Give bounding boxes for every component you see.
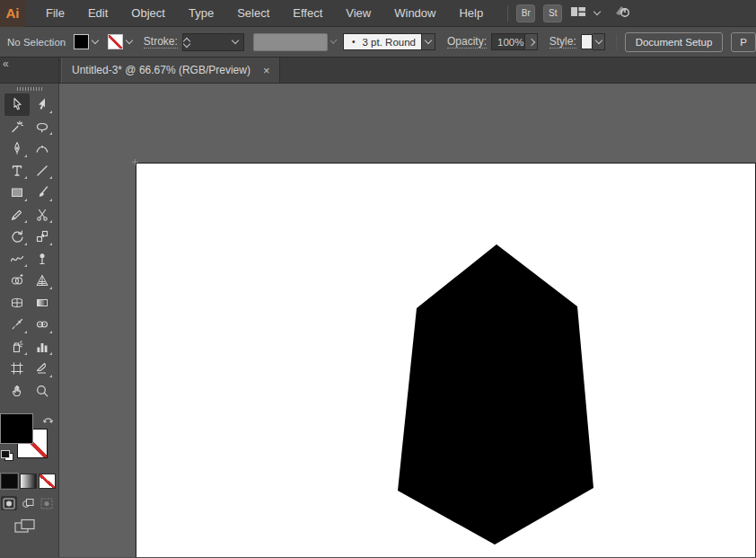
chevron-down-icon[interactable] xyxy=(593,7,601,14)
tool-direct-selection[interactable] xyxy=(30,93,55,116)
style-label[interactable]: Style: xyxy=(549,35,576,49)
opacity-field[interactable]: 100% xyxy=(491,33,525,50)
tool-slice[interactable] xyxy=(30,358,55,380)
tool-paintbrush[interactable] xyxy=(30,182,55,204)
swap-fill-stroke-icon[interactable] xyxy=(42,412,54,429)
work-area xyxy=(0,84,756,557)
close-icon[interactable]: × xyxy=(263,65,270,76)
gradient-mode-button[interactable] xyxy=(20,474,37,489)
app-logo[interactable]: Ai xyxy=(0,0,25,27)
tool-width[interactable] xyxy=(4,248,30,270)
default-fill-stroke-icon[interactable] xyxy=(1,450,13,461)
fill-indicator[interactable] xyxy=(0,413,33,444)
panel-drag-handle-icon[interactable] xyxy=(17,87,42,91)
tool-selection[interactable] xyxy=(4,93,30,116)
brush-preview-dot: • xyxy=(352,37,356,47)
tool-perspective-grid[interactable] xyxy=(30,270,55,292)
tool-scale[interactable] xyxy=(30,226,55,248)
brush-dropdown[interactable]: • 3 pt. Round xyxy=(343,33,435,50)
width-profile-dropdown xyxy=(253,33,327,51)
tool-lasso[interactable] xyxy=(30,116,55,138)
menu-bar: Ai File Edit Object Type Select Effect V… xyxy=(0,0,756,27)
style-swatch[interactable] xyxy=(581,34,593,49)
stroke-weight-field[interactable] xyxy=(182,33,245,51)
drawing-mode-buttons xyxy=(0,496,58,510)
fill-stroke-indicator xyxy=(0,411,58,468)
draw-inside-button[interactable] xyxy=(39,496,55,510)
stock-button[interactable]: St xyxy=(543,4,562,22)
brush-preview[interactable]: • 3 pt. Round xyxy=(343,33,422,50)
tool-mesh[interactable] xyxy=(4,292,30,314)
draw-behind-button[interactable] xyxy=(20,496,36,510)
document-tab[interactable]: Untitled-3* @ 66.67% (RGB/Preview) × xyxy=(61,58,280,83)
stroke-none-swatch[interactable] xyxy=(108,34,123,49)
fill-swatch[interactable] xyxy=(74,34,89,49)
menu-select[interactable]: Select xyxy=(225,0,281,27)
drawing-layer xyxy=(136,164,756,557)
tool-hand[interactable] xyxy=(4,380,30,403)
tool-curvature[interactable] xyxy=(30,137,55,160)
menu-object[interactable]: Object xyxy=(119,0,177,27)
tool-line-segment[interactable] xyxy=(30,160,55,182)
tool-zoom[interactable] xyxy=(30,380,55,403)
menu-view[interactable]: View xyxy=(334,0,382,27)
tool-column-graph[interactable] xyxy=(30,336,55,359)
control-bar: No Selection Stroke: • 3 pt. Round Opaci… xyxy=(0,27,756,58)
menubar-separator xyxy=(507,5,508,22)
tool-symbol-sprayer[interactable] xyxy=(4,336,30,359)
tool-puppet-warp[interactable] xyxy=(30,248,55,270)
tool-type[interactable] xyxy=(4,160,30,182)
stroke-color-picker[interactable] xyxy=(108,34,132,49)
color-type-buttons xyxy=(0,474,58,489)
artboard[interactable] xyxy=(136,163,756,557)
tool-rotate[interactable] xyxy=(4,226,30,248)
menu-items: File Edit Object Type Select Effect View… xyxy=(34,0,495,27)
tab-title: Untitled-3* @ 66.67% (RGB/Preview) xyxy=(72,64,251,76)
fill-color-picker[interactable] xyxy=(74,34,98,49)
tool-gradient[interactable] xyxy=(30,292,55,314)
menu-help[interactable]: Help xyxy=(447,0,495,27)
tool-artboard[interactable] xyxy=(4,358,30,380)
chevron-down-icon[interactable] xyxy=(92,36,99,43)
menu-effect[interactable]: Effect xyxy=(281,0,334,27)
bridge-button[interactable]: Br xyxy=(516,4,535,22)
stepper-icon[interactable] xyxy=(183,37,196,47)
document-setup-button[interactable]: Document Setup xyxy=(625,32,724,52)
brush-value: 3 pt. Round xyxy=(363,37,416,48)
style-dropdown-arrow[interactable] xyxy=(593,33,604,50)
menu-file[interactable]: File xyxy=(34,0,76,27)
tools-panel xyxy=(0,84,59,557)
screen-mode-button[interactable] xyxy=(14,518,38,538)
toolbar-header: « xyxy=(0,58,59,83)
draw-normal-button[interactable] xyxy=(1,496,17,510)
preferences-button[interactable]: P xyxy=(731,32,756,52)
menu-window[interactable]: Window xyxy=(382,0,447,27)
tool-grid xyxy=(0,93,58,402)
touch-workspace-icon[interactable] xyxy=(613,4,631,22)
stroke-weight-label[interactable]: Stroke: xyxy=(144,35,178,49)
opacity-label[interactable]: Opacity: xyxy=(447,35,487,49)
opacity-expand-arrow[interactable] xyxy=(525,33,537,50)
chevron-down-icon[interactable] xyxy=(126,36,133,43)
menu-type[interactable]: Type xyxy=(177,0,225,27)
illustrator-window: { "app": { "name": "Adobe Illustrator", … xyxy=(0,0,756,558)
drawn-shape[interactable] xyxy=(398,244,593,545)
none-mode-button[interactable] xyxy=(39,474,56,489)
tool-scissors[interactable] xyxy=(30,204,55,226)
menu-edit[interactable]: Edit xyxy=(76,0,119,27)
tool-shape-builder[interactable] xyxy=(4,270,30,292)
tool-rectangle[interactable] xyxy=(4,182,30,204)
brush-dropdown-arrow[interactable] xyxy=(422,33,435,50)
canvas-pasteboard[interactable] xyxy=(59,84,756,557)
tool-blend[interactable] xyxy=(30,314,55,336)
chevron-down-icon[interactable] xyxy=(232,36,239,43)
tool-pen[interactable] xyxy=(4,137,30,160)
chevron-down-icon xyxy=(330,36,337,43)
tab-bar: « Untitled-3* @ 66.67% (RGB/Preview) × xyxy=(0,58,756,84)
collapse-panel-icon[interactable]: « xyxy=(0,58,9,69)
workspace-switcher-icon[interactable] xyxy=(570,5,586,22)
tool-magic-wand[interactable] xyxy=(4,116,30,138)
tool-shaper[interactable] xyxy=(4,204,30,226)
tool-eyedropper[interactable] xyxy=(4,314,30,336)
color-mode-button[interactable] xyxy=(1,474,18,489)
